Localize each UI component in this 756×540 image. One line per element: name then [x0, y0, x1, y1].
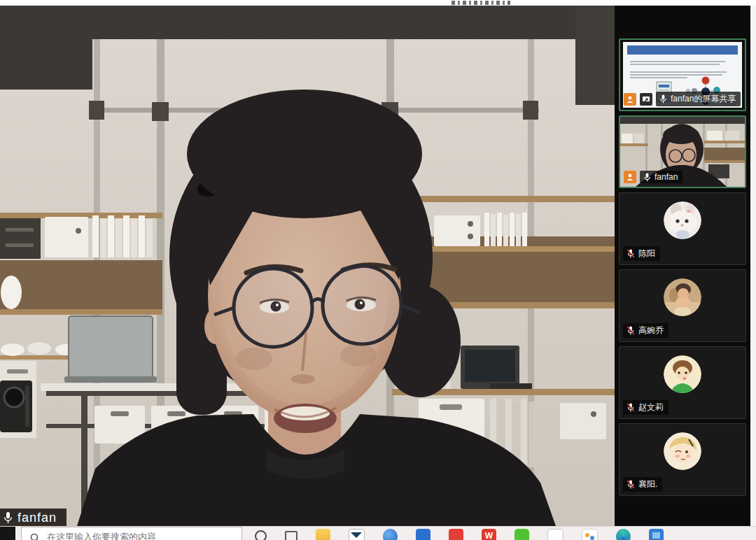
participant-tile-gaowanqiao[interactable]: 高婉乔	[619, 269, 746, 342]
cartoon-boy-avatar	[664, 355, 701, 393]
mic-muted-icon	[626, 403, 635, 412]
mail-icon[interactable]	[349, 529, 365, 540]
app-blue-icon[interactable]	[416, 529, 430, 540]
participant-tile-chenyang[interactable]: 陈阳	[619, 192, 746, 265]
participant-tile-fanfan[interactable]: fanfan	[619, 115, 746, 188]
start-button[interactable]	[0, 527, 15, 540]
wechat-icon[interactable]	[514, 529, 529, 540]
top-white-strip	[0, 0, 756, 6]
mail-red-icon[interactable]	[449, 529, 463, 540]
task-view-icon[interactable]	[285, 531, 298, 540]
participant-tile-screen-share[interactable]: fanfan的屏幕共享	[619, 38, 746, 111]
mic-on-icon	[643, 173, 651, 182]
wps-icon[interactable]: W	[482, 529, 496, 540]
mic-on-icon	[3, 511, 13, 524]
tile-label: 赵文莉	[638, 402, 664, 413]
search-input[interactable]	[46, 531, 216, 540]
main-speaker-video: fanfan	[0, 6, 615, 526]
tile-label: 高婉乔	[638, 325, 664, 336]
tile-label: fanfan	[654, 172, 678, 182]
edge-icon[interactable]	[616, 529, 631, 540]
mic-on-icon	[659, 94, 667, 104]
photos-icon[interactable]	[649, 529, 664, 540]
mic-muted-icon	[626, 249, 635, 258]
participant-tile-zhaowenli[interactable]: 赵文莉	[619, 346, 746, 419]
windows-taskbar: W	[0, 526, 756, 540]
search-icon	[30, 533, 40, 540]
right-edge-strip	[750, 0, 756, 526]
main-speaker-name: fanfan	[18, 511, 57, 525]
file-explorer-icon[interactable]	[316, 529, 330, 540]
taskbar-search[interactable]	[21, 527, 242, 540]
cat-photo-avatar	[664, 201, 701, 239]
clipped-watermark-text	[451, 1, 510, 5]
tile-label: 襄阳.	[638, 478, 657, 490]
app-colored-dots-icon[interactable]	[582, 529, 598, 540]
mic-muted-icon	[626, 326, 635, 335]
search-icon[interactable]	[255, 530, 267, 540]
participant-tile-xiangyang[interactable]: 襄阳.	[619, 423, 746, 496]
tile-label: fanfan的屏幕共享	[671, 93, 736, 105]
anime-girl-avatar	[664, 432, 701, 470]
presenter-icon	[624, 171, 636, 183]
person-photo-avatar	[664, 278, 701, 316]
participants-sidebar: fanfan的屏幕共享	[615, 0, 750, 526]
presenter-icon	[624, 93, 636, 106]
browser-globe-icon[interactable]	[383, 529, 398, 540]
main-speaker-name-chip: fanfan	[0, 509, 66, 526]
tile-label: 陈阳	[638, 248, 655, 260]
speaker-video-scene	[0, 6, 615, 526]
mic-muted-icon	[626, 480, 635, 489]
screen-share-icon	[640, 93, 652, 106]
app-white-icon[interactable]	[547, 529, 564, 540]
